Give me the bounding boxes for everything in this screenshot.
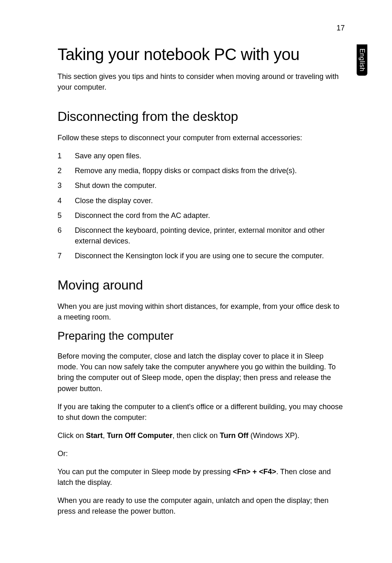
body-text: If you are taking the computer to a clie… [58,401,345,423]
list-item: 6Disconnect the keyboard, pointing devic… [58,225,345,246]
bold-text: <Fn> + <F4> [233,468,277,476]
page-content: Taking your notebook PC with you This se… [58,45,345,524]
text-fragment: , then click on [173,431,220,440]
step-number: 5 [58,210,64,221]
step-text: Shut down the computer. [75,180,345,191]
bold-text: Turn Off Computer [107,431,173,440]
body-text: Before moving the computer, close and la… [58,351,345,394]
step-text: Remove any media, floppy disks or compac… [75,165,345,176]
subsection-heading-preparing: Preparing the computer [58,330,345,343]
bold-text: Turn Off [220,431,249,440]
text-fragment: You can put the computer in Sleep mode b… [58,468,233,476]
text-fragment: Click on [58,431,86,440]
body-text: You can put the computer in Sleep mode b… [58,466,345,488]
language-tab: English [357,44,367,76]
list-item: 7Disconnect the Kensington lock if you a… [58,250,345,261]
section-heading-disconnecting: Disconnecting from the desktop [58,109,345,124]
step-number: 4 [58,195,64,206]
step-text: Disconnect the Kensington lock if you ar… [75,250,345,261]
intro-text: This section gives you tips and hints to… [58,71,345,93]
list-item: 3Shut down the computer. [58,180,345,191]
step-number: 2 [58,165,64,176]
page-number: 17 [337,24,345,32]
step-number: 6 [58,225,64,246]
body-text: When you are ready to use the computer a… [58,495,345,517]
step-number: 3 [58,180,64,191]
body-text: Or: [58,448,345,459]
list-item: 4Close the display cover. [58,195,345,206]
section-intro: Follow these steps to disconnect your co… [58,132,345,143]
text-fragment: , [103,431,107,440]
steps-list: 1Save any open files. 2Remove any media,… [58,151,345,261]
step-number: 7 [58,250,64,261]
list-item: 5Disconnect the cord from the AC adapter… [58,210,345,221]
step-text: Close the display cover. [75,195,345,206]
list-item: 1Save any open files. [58,151,345,161]
step-text: Disconnect the keyboard, pointing device… [75,225,345,246]
page-title: Taking your notebook PC with you [58,45,345,64]
body-text: Click on Start, Turn Off Computer, then … [58,430,345,441]
list-item: 2Remove any media, floppy disks or compa… [58,165,345,176]
section-heading-moving: Moving around [58,278,345,293]
step-number: 1 [58,151,64,161]
step-text: Save any open files. [75,151,345,161]
bold-text: Start [86,431,103,440]
section-intro: When you are just moving within short di… [58,301,345,322]
step-text: Disconnect the cord from the AC adapter. [75,210,345,221]
text-fragment: (Windows XP). [248,431,299,440]
